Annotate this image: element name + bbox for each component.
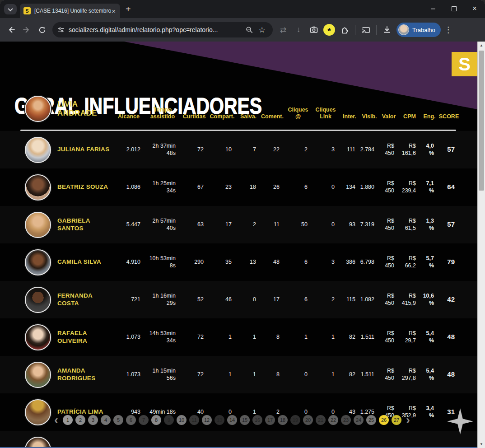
back-button[interactable] [4,22,19,37]
page-button-10[interactable]: 10 [177,415,187,425]
page-button-17[interactable]: 17 [265,415,275,425]
table-row[interactable]: RAFAELA OLIVEIRA 1.073 14h 53min 34s 72 … [0,318,477,356]
page-button-1[interactable]: 1 [63,415,73,425]
download-button[interactable] [379,22,395,37]
table-row[interactable]: 3h 51min R$ R$ 2,5 [0,431,477,448]
page-button-9[interactable]: 9 [164,415,174,425]
table-row[interactable]: JULIANA FARIAS 2.012 2h 37min 48s 72 10 … [0,131,477,168]
next-page-button[interactable]: › [406,415,410,425]
cell-visib: 7.319 [360,221,379,229]
col-score: SCORE [438,113,459,130]
page-button-7[interactable]: 7 [139,415,149,425]
downloads-inactive-button[interactable]: ↓ [291,22,306,37]
table-row[interactable]: AMANDA RODRIGUES 1.073 1h 15min 56s 72 1… [0,356,477,393]
prev-page-button[interactable]: ‹ [54,415,58,425]
avatar [25,249,51,275]
scroll-up-arrow[interactable]: ▲ [478,42,485,49]
avatar [25,212,51,238]
cell-visib: 6.798 [360,259,379,266]
page-button-13[interactable]: 13 [215,415,224,425]
vertical-scrollbar[interactable]: ▲ ▼ [477,42,485,448]
cell-coment: 26 [261,184,284,191]
page-buttons: 1234567891011121314151617181920212223242… [63,415,401,425]
col-eng: Eng. [420,113,438,130]
cell-salva: 1 [236,371,261,378]
forward-button[interactable] [19,22,34,37]
table-row[interactable]: BEATRIZ SOUZA 1.086 1h 25min 34s 67 23 1… [0,168,477,206]
cell-cliques-arroba: 50 [284,221,312,229]
address-bar[interactable]: socializers.digital/admin/relatorio.php?… [52,22,273,37]
tab-search-button[interactable] [4,4,17,14]
cell-inter: 82 [339,371,360,378]
page-button-12[interactable]: 12 [202,415,212,425]
page-button-16[interactable]: 16 [252,415,262,425]
table-row[interactable]: CAMILA SILVA 4.910 10h 53min 8s 290 35 1… [0,243,477,281]
cell-inter: 115 [339,296,360,303]
active-tab[interactable]: S [CASE 13416] Unolife setembro × [20,4,120,18]
page-button-15[interactable]: 15 [240,415,250,425]
col-coment: Coment. [261,113,284,130]
profile-avatar [398,24,409,35]
new-tab-button[interactable]: + [126,5,131,14]
cell-alcance: 1.073 [112,334,145,341]
cell-inter: 43 [339,409,360,416]
toolbar-divider [355,25,355,35]
page-button-2[interactable]: 2 [75,415,85,425]
profile-button[interactable]: Trabalho [396,23,441,37]
page-button-5[interactable]: 5 [113,415,123,425]
page-button-21[interactable]: 21 [316,415,326,425]
cell-alcance: 4.910 [112,259,145,266]
page-button-18[interactable]: 18 [278,415,288,425]
table-row[interactable]: FERNANDA COSTA 721 1h 16min 29s 52 46 0 … [0,281,477,318]
page-button-11[interactable]: 11 [189,415,199,425]
page-button-27[interactable]: 27 [392,415,401,425]
browser-menu-button[interactable]: ⋮ [441,22,456,37]
cell-visib: 1.880 [360,184,379,191]
page-button-8[interactable]: 8 [151,415,161,425]
page-button-26[interactable]: 26 [379,415,389,425]
cell-compart: 1 [208,334,236,341]
page-button-6[interactable]: 6 [126,415,136,425]
tab-close-icon[interactable]: × [111,7,117,15]
page-button-22[interactable]: 22 [328,415,338,425]
cell-cpm: R$ 161,6 [399,143,420,157]
cell-coment: 8 [261,371,284,378]
cell-alcance: 5.447 [112,221,145,229]
avatar [25,324,51,350]
cell-curtidas: 63 [180,221,208,229]
profile-label: Trabalho [412,27,435,33]
cast-button[interactable] [358,22,373,37]
page-content: GERAL INFLUENCIADORES S LÍVIA ANDRADE Al… [0,42,477,448]
page-button-14[interactable]: 14 [227,415,237,425]
cell-valor: R$ 450 [379,293,399,307]
influencer-name: BEATRIZ SOUZA [52,183,112,191]
close-button[interactable]: × [464,0,485,17]
scrollbar-thumb[interactable] [479,51,484,191]
cell-eng: 1,3 % [420,218,438,232]
reload-button[interactable] [34,22,50,37]
maximize-button[interactable] [443,0,464,17]
page-button-25[interactable]: 25 [366,415,376,425]
page-button-24[interactable]: 24 [354,415,364,425]
table-row[interactable]: GABRIELA SANTOS 5.447 2h 57min 40s 63 17… [0,206,477,243]
bookmark-button[interactable]: ☆ [256,22,268,37]
page-button-19[interactable]: 19 [290,415,300,425]
extensions-button[interactable] [337,22,352,37]
scroll-down-arrow[interactable]: ▼ [478,440,485,448]
influencer-name: CAMILA SILVA [52,258,112,266]
cell-salva: 0 [236,296,261,303]
avatar [25,362,51,388]
extension-asterisk-button[interactable]: * [322,22,337,37]
page-button-3[interactable]: 3 [88,415,98,425]
cell-tempo: 10h 53min 8s [145,255,180,269]
page-button-4[interactable]: 4 [101,415,111,425]
tab-title: [CASE 13416] Unolife setembro [34,8,111,14]
translate-button[interactable]: ⇄ [275,22,291,37]
page-button-23[interactable]: 23 [341,415,351,425]
cell-score: 48 [438,333,459,341]
page-button-20[interactable]: 20 [303,415,313,425]
minimize-button[interactable]: – [423,0,443,17]
zoom-button[interactable] [243,22,256,37]
screenshot-button[interactable] [306,22,322,37]
cell-eng: 3,4 % [420,405,438,419]
